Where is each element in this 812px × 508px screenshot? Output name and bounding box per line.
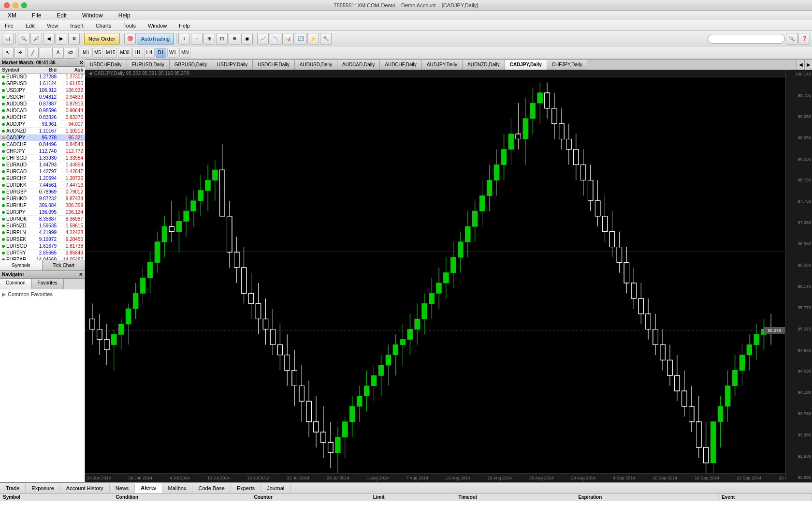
tab-tick-chart[interactable]: Tick Chart	[43, 260, 85, 270]
chart-tab-audnzd[interactable]: AUDNZD,Daily	[463, 60, 505, 70]
zoom-out-btn[interactable]: 🔎	[30, 33, 42, 45]
mac-menu-help[interactable]: Help	[116, 11, 133, 20]
th-timeout[interactable]: Timeout	[455, 493, 575, 501]
tab-mailbox[interactable]: Mailbox	[162, 484, 193, 493]
back-btn[interactable]: ◀	[43, 33, 55, 45]
tool1[interactable]: ↕	[178, 33, 190, 45]
common-favorites-item[interactable]: ▶ Common Favorites	[0, 289, 85, 299]
chart-tab-usdchf[interactable]: USDCHF,Daily	[85, 60, 127, 70]
mw-row-eurnzd[interactable]: EURNZD 1.59535 1.59615	[0, 223, 85, 229]
mw-row-cadjpy[interactable]: CADJPY 95.278 95.321	[0, 134, 85, 141]
indicator3[interactable]: 📊	[282, 33, 294, 45]
chart-tab-usdchf2[interactable]: USDCHF,Daily	[253, 60, 295, 70]
mac-menu-file[interactable]: File	[29, 11, 44, 20]
mw-row-eurhkd[interactable]: EURHKD 9.87232 9.87434	[0, 195, 85, 202]
tab-account-history[interactable]: Account History	[60, 484, 110, 493]
mw-row-eursek[interactable]: EURSEK 9.19972 9.20456	[0, 236, 85, 243]
mw-row-eurcad[interactable]: EURCAD 1.42797 1.42847	[0, 168, 85, 175]
menu-help[interactable]: Help	[176, 22, 192, 30]
menu-charts[interactable]: Charts	[93, 22, 114, 30]
chart-tab-audchf[interactable]: AUDCHF,Daily	[380, 60, 422, 70]
tf-h1[interactable]: H1	[132, 48, 143, 58]
th-counter[interactable]: Counter	[251, 493, 370, 501]
th-condition[interactable]: Condition	[113, 493, 251, 501]
tool3[interactable]: ⊞	[203, 33, 215, 45]
mw-row-eurchf[interactable]: EURCHF 1.20694 1.20726	[0, 175, 85, 182]
tf-d1[interactable]: D1	[156, 48, 166, 58]
mw-row-audcad[interactable]: AUDCAD 0.98596 0.98644	[0, 107, 85, 114]
mw-row-usdchf[interactable]: USDCHF 0.94812 0.94839	[0, 94, 85, 101]
mw-row-chfjpy[interactable]: CHFJPY 112.740 112.772	[0, 148, 85, 155]
tab-trade[interactable]: Trade	[0, 484, 26, 493]
nav-tab-common[interactable]: Common	[0, 279, 32, 289]
mw-row-audjpy[interactable]: AUDJPY 93.961 94.007	[0, 121, 85, 128]
new-order-btn[interactable]: New Order	[84, 33, 120, 45]
chart-tab-audcad[interactable]: AUDCAD,Daily	[337, 60, 380, 70]
tool4[interactable]: ⊡	[216, 33, 228, 45]
tab-code-base[interactable]: Code Base	[192, 484, 231, 493]
tab-alerts[interactable]: Alerts	[135, 483, 162, 493]
mw-row-euraud[interactable]: EURAUD 1.44793 1.44854	[0, 162, 85, 168]
trading-icon[interactable]: 🎯	[124, 33, 136, 45]
tool5[interactable]: ⊕	[229, 33, 240, 45]
tf-m1[interactable]: M1	[81, 48, 91, 58]
tab-exposure[interactable]: Exposure	[26, 484, 60, 493]
tab-symbols[interactable]: Symbols	[0, 260, 43, 270]
close-market-watch[interactable]: ✕	[79, 60, 83, 65]
tab-journal[interactable]: Journal	[261, 484, 290, 493]
menu-window[interactable]: Window	[145, 22, 169, 30]
tf-h4[interactable]: H4	[144, 48, 155, 58]
close-navigator[interactable]: ✕	[79, 272, 83, 277]
tool6[interactable]: ◉	[241, 33, 253, 45]
mac-menu-edit[interactable]: Edit	[54, 11, 70, 20]
mw-row-eursgd[interactable]: EURSGD 1.61679 1.61738	[0, 243, 85, 250]
tf-m5[interactable]: M5	[92, 48, 103, 58]
tab-news[interactable]: News	[110, 484, 135, 493]
mw-row-gbpusd[interactable]: GBPUSD 1.61124 1.61150	[0, 80, 85, 87]
chart-tab-eurusd[interactable]: EURUSD,Daily	[127, 60, 170, 70]
new-chart-btn[interactable]: 📊	[2, 33, 14, 45]
th-limit[interactable]: Limit	[370, 493, 455, 501]
mw-row-eurnok[interactable]: EURNOK 8.35687 8.36087	[0, 216, 85, 223]
mw-row-eurgbp[interactable]: EURGBP 0.78969 0.79012	[0, 189, 85, 195]
chart-tab-cadjpy[interactable]: CADJPY,Daily	[505, 60, 547, 70]
chart-tab-next[interactable]: ▶	[804, 60, 812, 70]
search-btn[interactable]: 🔍	[786, 33, 798, 45]
tool2[interactable]: ↔	[191, 33, 203, 45]
tf-mn[interactable]: MN	[179, 48, 191, 58]
mw-row-audusd[interactable]: AUDUSD 0.87887 0.87913	[0, 101, 85, 107]
nav-tab-favorites[interactable]: Favorites	[32, 279, 64, 289]
hline-tool[interactable]: —	[40, 47, 51, 59]
chart-canvas-wrapper[interactable]	[85, 77, 785, 482]
close-button[interactable]	[4, 2, 10, 8]
th-expiration[interactable]: Expiration	[575, 493, 719, 501]
tf-m15[interactable]: M15	[104, 48, 117, 58]
menu-tools[interactable]: Tools	[121, 22, 138, 30]
chart-tab-audjpy[interactable]: AUDJPY,Daily	[422, 60, 463, 70]
indicator6[interactable]: 🔧	[320, 33, 332, 45]
mw-row-audnzd[interactable]: AUDNZD 1.10167 1.10212	[0, 128, 85, 134]
chart-area[interactable]: ◄ CADJPY,Daily 95.322 95.391 95.190 95.2…	[85, 70, 785, 482]
tab-experts[interactable]: Experts	[231, 484, 261, 493]
mac-menu-xm[interactable]: XM	[5, 11, 19, 20]
mw-row-eurdkk[interactable]: EURDKK 7.44561 7.44716	[0, 182, 85, 189]
menu-view[interactable]: View	[44, 22, 61, 30]
zoom-in-btn[interactable]: 🔍	[18, 33, 29, 45]
chart-tab-audusd[interactable]: AUDUSD,Daily	[295, 60, 337, 70]
mw-row-chfsgd[interactable]: CHFSGD 1.33930 1.33984	[0, 155, 85, 162]
chart-tab-usdjpy[interactable]: USDJPY,Daily	[212, 60, 253, 70]
tf-m30[interactable]: M30	[118, 48, 131, 58]
mw-row-audchf[interactable]: AUDCHF 0.83326 0.83375	[0, 114, 85, 121]
menu-edit[interactable]: Edit	[23, 22, 37, 30]
menu-file[interactable]: File	[2, 22, 16, 30]
indicator1[interactable]: 📈	[257, 33, 269, 45]
search-input[interactable]	[708, 34, 785, 44]
minimize-button[interactable]	[13, 2, 18, 8]
th-symbol[interactable]: Symbol	[0, 493, 113, 501]
mac-menu-window[interactable]: Window	[79, 11, 106, 20]
properties-btn[interactable]: ⚙	[68, 33, 80, 45]
help-btn[interactable]: ❓	[798, 33, 810, 45]
chart-tab-chfjpy[interactable]: CHFJPY,Daily	[547, 60, 588, 70]
mw-row-eurjpy[interactable]: EURJPY 136.095 136.124	[0, 209, 85, 216]
maximize-button[interactable]	[21, 2, 27, 8]
